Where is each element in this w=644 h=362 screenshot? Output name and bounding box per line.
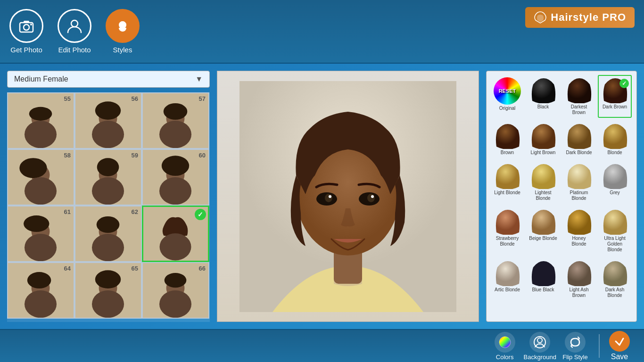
color-swatch-dark-brown[interactable]: ✓ Dark Brown [598, 75, 632, 118]
style-thumb-58[interactable]: 58 [7, 149, 74, 206]
color-swatch-platinum-blonde[interactable]: Platinum Blonde [562, 161, 596, 204]
main-content: Medium Female ▼ 55 [0, 64, 644, 329]
darkest-brown-swatch-img [564, 77, 594, 103]
style-row-1: 55 56 [7, 92, 210, 149]
platinum-blonde-swatch-img [564, 163, 594, 189]
style-num-57: 57 [199, 95, 206, 102]
color-row-3: Light Blonde Lightest Blonde Platinum Bl… [490, 161, 633, 204]
svg-point-52 [159, 290, 191, 318]
background-action[interactable]: Background [524, 332, 556, 361]
light-blonde-label: Light Blonde [493, 190, 522, 196]
svg-point-4 [71, 20, 78, 27]
svg-point-32 [24, 215, 49, 232]
color-swatch-grey[interactable]: Grey [598, 161, 632, 204]
save-icon [609, 331, 630, 352]
color-swatch-darkest-brown[interactable]: Darkest Brown [562, 75, 596, 118]
color-swatch-black[interactable]: Black [526, 75, 560, 118]
color-row-2: Brown Light Brown Dark Blonde Blonde [490, 121, 633, 158]
style-num-56: 56 [132, 95, 138, 102]
black-swatch-img [528, 77, 559, 103]
preview-panel [217, 71, 479, 322]
style-panel: Medium Female ▼ 55 [7, 71, 210, 322]
style-thumb-55[interactable]: 55 [7, 92, 74, 149]
dark-blonde-label: Dark Blonde [564, 150, 594, 156]
style-thumb-57[interactable]: 57 [142, 92, 209, 149]
styles-label: Styles [113, 46, 132, 54]
style-thumb-66[interactable]: 66 [142, 262, 209, 319]
selected-check-icon: ✓ [195, 209, 206, 220]
svg-point-12 [95, 101, 121, 120]
style-num-62: 62 [132, 208, 138, 215]
dark-brown-check: ✓ [619, 79, 629, 88]
color-row-5: Artic Blonde Blue Black Light Ash Brown … [490, 258, 633, 301]
ultra-light-golden-blonde-label: Ultra Light Golden Blonde [600, 236, 629, 253]
color-swatch-original[interactable]: RESET Original [490, 75, 524, 118]
style-thumb-59[interactable]: 59 [74, 149, 142, 206]
dark-ash-blonde-swatch-img [600, 260, 630, 286]
darkest-brown-label: Darkest Brown [564, 104, 594, 115]
grey-swatch-img [600, 163, 630, 189]
strawberry-blonde-label: Strawberry Blonde [493, 236, 522, 247]
color-swatch-brown[interactable]: Brown [490, 121, 524, 158]
color-swatch-beige-blonde[interactable]: Beige Blonde [526, 206, 560, 255]
svg-point-8 [29, 107, 52, 121]
color-swatch-ultra-light-golden-blonde[interactable]: Ultra Light Golden Blonde [598, 206, 632, 255]
artic-blonde-label: Artic Blonde [493, 287, 522, 293]
preview-face [217, 71, 479, 321]
color-swatch-blue-black[interactable]: Blue Black [526, 258, 560, 301]
color-swatch-dark-blonde[interactable]: Dark Blonde [562, 121, 596, 158]
style-category-dropdown[interactable]: Medium Female ▼ [7, 71, 210, 88]
honey-blonde-swatch-img [564, 209, 594, 235]
svg-point-62 [371, 195, 374, 198]
lightest-blonde-swatch-img [528, 163, 559, 189]
edit-photo-label: Edit Photo [58, 46, 91, 54]
style-grid: 55 56 [7, 92, 210, 322]
style-thumb-62[interactable]: 62 [74, 206, 142, 262]
style-thumb-60[interactable]: 60 [142, 149, 209, 206]
flip-style-action[interactable]: Flip Style [561, 332, 589, 361]
colors-icon [495, 332, 515, 353]
person-edit-icon [58, 9, 91, 43]
chevron-down-icon: ▼ [195, 75, 203, 83]
svg-point-60 [367, 194, 375, 202]
colors-action[interactable]: Colors [491, 332, 519, 361]
color-swatch-blonde[interactable]: Blonde [598, 121, 632, 158]
nav-get-photo[interactable]: Get Photo [9, 9, 43, 54]
svg-point-37 [92, 234, 124, 261]
original-swatch-img: RESET [494, 77, 521, 105]
style-row-2: 58 59 [7, 149, 210, 206]
blue-black-label: Blue Black [528, 287, 558, 293]
black-label: Black [528, 104, 558, 110]
style-thumb-61[interactable]: 61 [7, 206, 74, 262]
color-swatch-light-ash-brown[interactable]: Light Ash Brown [562, 258, 596, 301]
svg-point-20 [19, 158, 47, 178]
style-row-3: 61 62 [7, 206, 210, 262]
color-swatch-dark-ash-blonde[interactable]: Dark Ash Blonde [598, 258, 632, 301]
svg-point-66 [537, 338, 542, 343]
style-thumb-63[interactable]: ✓ [142, 206, 209, 262]
style-num-55: 55 [64, 95, 71, 102]
beige-blonde-swatch-img [528, 209, 559, 235]
color-swatch-light-brown[interactable]: Light Brown [526, 121, 560, 158]
color-swatch-lightest-blonde[interactable]: Lightest Blonde [526, 161, 560, 204]
bottom-bar: Colors Background Flip Style [0, 329, 644, 362]
brown-label: Brown [493, 150, 522, 156]
color-swatch-artic-blonde[interactable]: Artic Blonde [490, 258, 524, 301]
svg-rect-2 [24, 21, 29, 23]
flip-style-icon [565, 332, 586, 353]
style-thumb-65[interactable]: 65 [74, 262, 142, 319]
light-ash-brown-swatch-img [564, 260, 594, 286]
nav-edit-photo[interactable]: Edit Photo [58, 9, 91, 54]
get-photo-label: Get Photo [10, 46, 42, 54]
color-swatch-honey-blonde[interactable]: Honey Blonde [562, 206, 596, 255]
color-swatch-light-blonde[interactable]: Light Blonde [490, 161, 524, 204]
bottom-divider [599, 334, 600, 358]
style-thumb-64[interactable]: 64 [7, 262, 74, 319]
nav-styles[interactable]: Styles [106, 9, 140, 54]
svg-point-3 [30, 24, 32, 25]
save-action[interactable]: Save [609, 331, 630, 361]
color-swatch-strawberry-blonde[interactable]: Strawberry Blonde [490, 206, 524, 255]
platinum-blonde-label: Platinum Blonde [564, 190, 594, 201]
style-thumb-56[interactable]: 56 [74, 92, 142, 149]
dark-brown-label: Dark Brown [600, 104, 629, 110]
